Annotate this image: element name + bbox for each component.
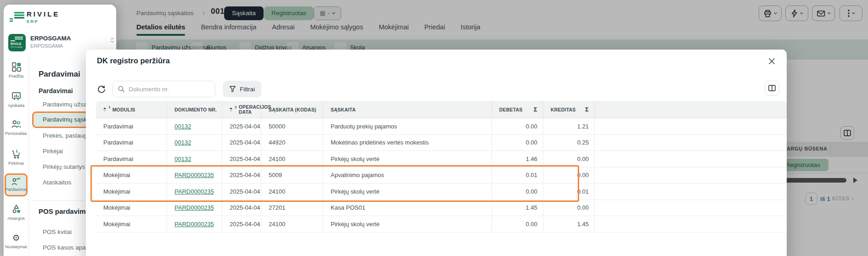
rail-item-atsargos[interactable]: Atsargos xyxy=(5,204,27,221)
cell-filler xyxy=(595,135,787,151)
rivile-logo-icon[interactable] xyxy=(9,11,26,24)
document-link[interactable]: PARD0000235 xyxy=(175,221,214,228)
document-link[interactable]: PARD0000235 xyxy=(175,172,214,178)
document-link[interactable]: 00132 xyxy=(175,139,191,146)
table-row: Pardavimai 00132 2025-04-04 44920 Mokėti… xyxy=(96,135,787,151)
gear-icon: ⚙ xyxy=(12,234,20,243)
table-header-row: 1 MODULIS DOKUMENTO NR. 2 OPERACIJOS DAT… xyxy=(96,101,787,118)
search-input[interactable] xyxy=(129,86,207,93)
cell-operacijos-data: 2025-04-04 xyxy=(222,167,261,184)
rail-item-nustatymai[interactable]: ⚙ Nustatymai xyxy=(5,234,27,249)
filter-button[interactable]: Filtrai xyxy=(223,81,261,97)
cell-kreditas: 0.25 xyxy=(543,135,595,151)
sales-person-chart-icon xyxy=(11,176,21,186)
header-modulis[interactable]: 1 MODULIS xyxy=(96,101,167,118)
cell-saskaita: Pirkėjų skolų vertė xyxy=(323,184,492,200)
header-label: DEBETAS xyxy=(499,107,523,112)
refresh-icon[interactable] xyxy=(97,84,106,94)
header-label: SĄSKAITA xyxy=(331,107,356,112)
cell-dokumento-nr: 00132 xyxy=(167,151,222,167)
rail-item-personalas[interactable]: Personalas xyxy=(5,119,27,136)
shapes-icon xyxy=(11,204,22,214)
cell-filler xyxy=(595,151,787,167)
cell-saskaita-kodas: 24100 xyxy=(261,151,323,167)
header-operacijos-data[interactable]: 2 OPERACIJOS DATA xyxy=(222,101,261,118)
chevron-down-icon xyxy=(111,39,114,43)
rail-item-apskaita[interactable]: Apskaita xyxy=(5,91,27,108)
header-saskaita[interactable]: SĄSKAITA xyxy=(323,101,492,118)
table-row: Mokėjimai PARD0000235 2025-04-04 24100 P… xyxy=(96,216,787,233)
workspace-tile-sub: ERPOSGAMA xyxy=(11,46,22,48)
cell-filler xyxy=(595,118,787,134)
document-link[interactable]: 00132 xyxy=(175,123,191,130)
rail-item-pardavimai-active[interactable]: Pardavimai xyxy=(5,173,28,196)
cell-kreditas: 1.21 xyxy=(543,118,595,134)
rail-item-pirkimai[interactable]: Pirkimai xyxy=(5,149,27,166)
header-filler xyxy=(595,101,787,118)
table-row-highlighted: Mokėjimai PARD0000235 2025-04-04 5009 Ap… xyxy=(96,167,787,184)
people-icon xyxy=(11,119,22,129)
column-settings-button[interactable] xyxy=(765,81,779,95)
cell-modulis: Mokėjimai xyxy=(96,167,167,184)
cell-modulis: Pardavimai xyxy=(96,135,167,151)
cell-filler xyxy=(595,216,787,232)
document-link[interactable]: 00132 xyxy=(175,156,191,162)
cell-kreditas: 0.00 xyxy=(543,151,595,167)
divider xyxy=(28,56,29,256)
highlight-box-sidebar-item: Pardavimų sąskaitos xyxy=(32,111,95,128)
sum-icon[interactable]: Σ xyxy=(585,106,589,113)
cell-operacijos-data: 2025-04-04 xyxy=(222,216,261,232)
cell-modulis: Mokėjimai xyxy=(96,200,167,216)
cell-debetas: 0.00 xyxy=(492,135,543,151)
cell-modulis: Mokėjimai xyxy=(96,216,167,232)
header-dokumento-nr[interactable]: DOKUMENTO NR. xyxy=(167,101,222,118)
header-label: SĄSKAITA (KODAS) xyxy=(269,107,316,112)
cell-kreditas: 1.45 xyxy=(543,216,595,232)
cell-operacijos-data: 2025-04-04 xyxy=(222,184,261,200)
sort-priority: 1 xyxy=(108,105,111,109)
header-label: MODULIS xyxy=(113,107,135,112)
sidebar-section-label: Pardavimai xyxy=(39,87,73,95)
cell-dokumento-nr: PARD0000235 xyxy=(167,167,222,184)
rail-item-label: Nustatymai xyxy=(5,244,27,249)
cell-dokumento-nr: 00132 xyxy=(167,135,222,151)
sum-icon[interactable]: Σ xyxy=(534,106,537,113)
cell-modulis: Mokėjimai xyxy=(96,184,167,200)
rail-item-label: Personalas xyxy=(5,131,27,136)
cell-saskaita-kodas: 27201 xyxy=(261,200,323,216)
workspace-name[interactable]: ERPOSGAMA xyxy=(30,35,71,42)
cell-debetas: 0.00 xyxy=(492,216,543,232)
cell-operacijos-data: 2025-04-04 xyxy=(222,118,261,134)
rail-item-label: Pardavimai xyxy=(5,187,27,192)
document-search[interactable] xyxy=(113,81,215,97)
dashboard-icon xyxy=(11,61,22,72)
cell-kreditas: 0.01 xyxy=(543,184,595,200)
cell-operacijos-data: 2025-04-04 xyxy=(222,200,261,216)
cell-saskaita: Parduotų prekių pajamos xyxy=(323,118,492,134)
header-saskaita-kodas[interactable]: SĄSKAITA (KODAS) xyxy=(261,101,323,118)
chart-board-icon xyxy=(11,91,22,101)
cell-debetas: 1.45 xyxy=(492,200,543,216)
cell-dokumento-nr: 00132 xyxy=(167,118,222,134)
rail-item-pradzia[interactable]: Pradžia xyxy=(5,61,27,78)
cart-icon xyxy=(11,149,22,159)
cell-saskaita: Pirkėjų skolų vertė xyxy=(323,151,492,167)
workspace-switcher[interactable] xyxy=(111,39,113,42)
table-row: Pardavimai 00132 2025-04-04 50000 Parduo… xyxy=(96,118,787,135)
document-link[interactable]: PARD0000235 xyxy=(175,188,214,195)
table-row: Mokėjimai PARD0000235 2025-04-04 27201 K… xyxy=(96,200,787,217)
cell-saskaita: Kasa POS01 xyxy=(323,200,492,216)
cell-saskaita: Pirkėjų skolų vertė xyxy=(323,216,492,232)
cell-modulis: Pardavimai xyxy=(96,151,167,167)
close-icon[interactable] xyxy=(768,58,776,65)
sort-priority: 2 xyxy=(235,105,237,110)
cell-operacijos-data: 2025-04-04 xyxy=(222,135,261,151)
brand-product: ERP xyxy=(27,19,39,24)
cell-operacijos-data: 2025-04-04 xyxy=(222,151,261,167)
table-row: Pardavimai 00132 2025-04-04 24100 Pirkėj… xyxy=(96,151,787,167)
header-debetas[interactable]: DEBETAS Σ xyxy=(492,101,543,118)
document-link[interactable]: PARD0000235 xyxy=(175,204,214,211)
header-kreditas[interactable]: KREDITAS Σ xyxy=(543,101,595,118)
rail-item-label: Pradžia xyxy=(9,73,23,78)
cell-dokumento-nr: PARD0000235 xyxy=(167,184,222,200)
